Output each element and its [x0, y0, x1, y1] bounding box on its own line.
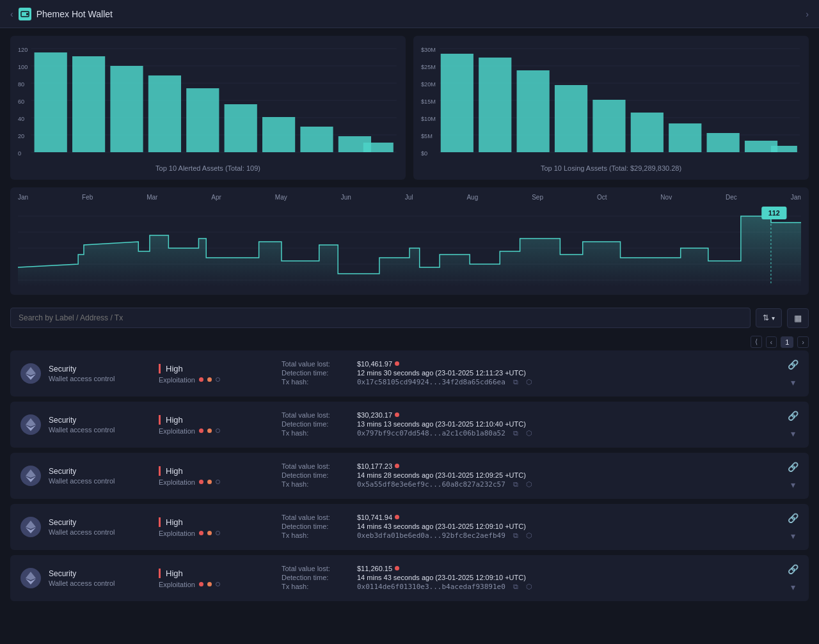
- copy-icon-1[interactable]: ⧉: [513, 378, 518, 386]
- svg-text:60: 60: [18, 98, 24, 105]
- month-jul: Jul: [405, 194, 413, 201]
- svg-text:112: 112: [768, 209, 780, 217]
- svg-rect-22: [262, 117, 295, 152]
- detection-value-1: 12 mins 30 seconds ago (23-01-2025 12:11…: [357, 369, 526, 377]
- copy-icon-5[interactable]: ⧉: [513, 583, 518, 591]
- sort-button[interactable]: ⇅ ▾: [756, 308, 782, 327]
- tx-label-2: Tx hash:: [282, 429, 352, 437]
- sort-icon: ⇅: [763, 313, 769, 322]
- external-icon-5[interactable]: ⬡: [526, 583, 532, 591]
- severity-col-3: High Exploitation: [159, 466, 274, 486]
- pagination-next[interactable]: ›: [797, 336, 809, 348]
- alert-category-2: Security: [49, 416, 151, 425]
- external-icon-2[interactable]: ⬡: [526, 429, 532, 437]
- copy-icon-4[interactable]: ⧉: [513, 531, 518, 540]
- alert-subcategory-2: Wallet access control: [49, 426, 151, 434]
- details-col-1: Total value lost: $10,461.97 Detection t…: [282, 360, 780, 388]
- link-icon-3[interactable]: 🔗: [788, 462, 799, 472]
- alert-category-1: Security: [49, 365, 151, 373]
- value-dot-3: [395, 464, 399, 468]
- grid-button[interactable]: ▦: [787, 308, 809, 328]
- eth-icon-4: [20, 517, 41, 537]
- timeline-svg: 112: [18, 203, 801, 287]
- wallet-title: Phemex Hot Wallet: [36, 9, 113, 19]
- chevron-down-icon-5[interactable]: ▾: [791, 582, 795, 592]
- alert-category-4: Security: [49, 518, 151, 527]
- month-feb: Feb: [82, 194, 93, 201]
- dot-orange-2: [207, 428, 212, 433]
- tx-hash-4: 0xeb3dfa01be6ed0a...92bfc8ec2aefb49: [357, 531, 505, 540]
- tx-hash-1: 0x17c58105cd94924...34f2d8a65cd66ea: [357, 378, 505, 386]
- alert-type-col-1: Security Wallet access control: [49, 365, 151, 382]
- value-label-1: Total value lost:: [282, 360, 352, 368]
- chevron-down-icon-4[interactable]: ▾: [791, 531, 795, 541]
- next-arrow[interactable]: ›: [806, 9, 809, 19]
- link-icon-4[interactable]: 🔗: [788, 513, 799, 523]
- month-jun: Jun: [341, 194, 351, 201]
- copy-icon-3[interactable]: ⧉: [513, 480, 518, 489]
- timeline: Jan Feb Mar Apr May Jun Jul Aug Sep Oct …: [10, 187, 809, 295]
- link-icon-2[interactable]: 🔗: [788, 411, 799, 421]
- search-input[interactable]: [10, 308, 751, 328]
- prev-arrow[interactable]: ‹: [10, 9, 13, 19]
- dot-empty-3: [216, 480, 220, 484]
- details-col-2: Total value lost: $30,230.17 Detection t…: [282, 411, 780, 439]
- month-jan2: Jan: [791, 194, 801, 201]
- left-chart-label: Top 10 Alerted Assets (Total: 109): [18, 164, 398, 172]
- external-icon-3[interactable]: ⬡: [526, 480, 532, 489]
- dot-orange-3: [207, 480, 212, 484]
- svg-text:20: 20: [18, 133, 24, 139]
- svg-rect-49: [771, 146, 797, 152]
- tx-hash-5: 0x0114de6f01310e3...b4acedaf93891e0: [357, 583, 505, 591]
- value-label-4: Total value lost:: [282, 514, 352, 521]
- svg-rect-18: [110, 66, 143, 152]
- left-chart: 0 20 40 60 80 100 120: [10, 36, 406, 180]
- pagination-first[interactable]: ⟨: [751, 336, 762, 348]
- exploit-label-1: Exploitation: [159, 376, 195, 384]
- exploit-label-2: Exploitation: [159, 427, 195, 435]
- action-col-1: 🔗 ▾: [788, 359, 799, 388]
- pagination-prev[interactable]: ‹: [766, 336, 777, 348]
- link-icon-1[interactable]: 🔗: [788, 359, 799, 370]
- tx-label-3: Tx hash:: [282, 480, 352, 488]
- detection-label-5: Detection time:: [282, 574, 352, 581]
- detection-value-4: 14 mins 43 seconds ago (23-01-2025 12:09…: [357, 522, 526, 530]
- wallet-icon: [19, 8, 31, 20]
- pagination-current[interactable]: 1: [781, 336, 793, 348]
- alert-type-col-5: Security Wallet access control: [49, 569, 151, 587]
- severity-col-1: High Exploitation: [159, 364, 274, 384]
- svg-rect-41: [479, 58, 511, 152]
- svg-rect-25: [363, 143, 394, 152]
- severity-col-4: High Exploitation: [159, 517, 274, 537]
- value-label-3: Total value lost:: [282, 462, 352, 470]
- detection-value-2: 13 mins 13 seconds ago (23-01-2025 12:10…: [357, 420, 526, 428]
- chevron-down-icon-2[interactable]: ▾: [791, 428, 795, 439]
- alert-type-col-3: Security Wallet access control: [49, 467, 151, 485]
- external-icon-1[interactable]: ⬡: [526, 378, 532, 386]
- link-icon-5[interactable]: 🔗: [788, 564, 799, 574]
- chevron-down-icon-1[interactable]: ▾: [791, 377, 795, 388]
- svg-text:$15M: $15M: [421, 98, 436, 105]
- svg-marker-62: [26, 469, 36, 478]
- severity-badge-3: High: [159, 466, 183, 476]
- chevron-down-icon-3[interactable]: ▾: [791, 480, 795, 490]
- value-dot-1: [395, 361, 399, 366]
- tx-label-1: Tx hash:: [282, 378, 352, 386]
- dot-red-2: [199, 428, 203, 433]
- dot-empty-5: [216, 582, 220, 586]
- copy-icon-2[interactable]: ⧉: [513, 429, 518, 437]
- details-col-5: Total value lost: $11,260.15 Detection t…: [282, 565, 780, 592]
- severity-badge-1: High: [159, 364, 183, 373]
- sort-chevron: ▾: [772, 315, 775, 322]
- svg-text:$25M: $25M: [421, 64, 436, 70]
- tx-hash-2: 0x797bf9cc07dd548...a2c1c06b1a80a52: [357, 429, 505, 437]
- external-icon-4[interactable]: ⬡: [526, 531, 532, 540]
- dot-empty-2: [216, 428, 220, 433]
- value-dot-5: [395, 566, 399, 570]
- svg-rect-42: [517, 70, 550, 152]
- alert-item-4: Security Wallet access control High Expl…: [10, 504, 809, 550]
- dot-red-5: [199, 582, 203, 586]
- exploit-row-4: Exploitation: [159, 530, 274, 537]
- alert-category-3: Security: [49, 467, 151, 476]
- exploit-row-5: Exploitation: [159, 581, 274, 588]
